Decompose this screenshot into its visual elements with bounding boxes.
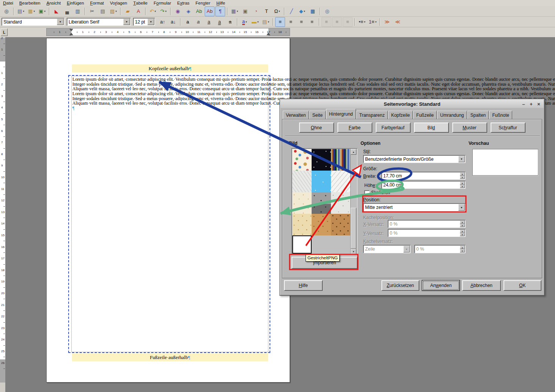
spinner[interactable]: ▲▼ bbox=[460, 182, 465, 188]
chevron-down-icon[interactable]: ▾ bbox=[33, 10, 35, 13]
font-size-select[interactable]: 12 pt ▼ bbox=[133, 18, 155, 26]
menu-format[interactable]: Format bbox=[87, 0, 107, 6]
skalieren-checkbox[interactable] bbox=[364, 190, 370, 196]
chevron-down-icon[interactable]: ▾ bbox=[364, 20, 365, 24]
chevron-down-icon[interactable]: ▾ bbox=[23, 10, 24, 13]
document-text-area[interactable]: Lorem·ipsum·dolor·sit·amet,·consectetur·… bbox=[72, 77, 268, 111]
chevron-down-icon[interactable]: ▾ bbox=[268, 20, 269, 24]
save-icon[interactable]: ▣▾ bbox=[37, 6, 47, 16]
font-color-icon[interactable]: a▾ bbox=[240, 17, 249, 27]
cut-icon[interactable]: ✂ bbox=[87, 6, 97, 16]
thumbnail-sky-blue[interactable] bbox=[312, 171, 331, 192]
font-name-select[interactable]: Liberation Serif ▼ bbox=[67, 18, 131, 26]
thumbnail-parchment[interactable] bbox=[292, 192, 312, 214]
spelling-icon[interactable]: Ab bbox=[194, 6, 204, 16]
ok-button[interactable]: OK bbox=[503, 280, 541, 291]
menu-datei[interactable]: Datei bbox=[0, 0, 16, 6]
tab-verwalten[interactable]: Verwalten bbox=[283, 111, 309, 119]
tab-fuzeile[interactable]: Fußzeile bbox=[413, 111, 437, 119]
dialog-titlebar[interactable]: Seitenvorlage: Standard – + × bbox=[281, 100, 544, 108]
chevron-down-icon[interactable]: ▾ bbox=[375, 20, 377, 24]
align-center-icon[interactable]: ≡ bbox=[286, 17, 296, 27]
clone-formatting-icon[interactable]: ▰ bbox=[123, 6, 133, 16]
insert-line-icon[interactable]: ╱ bbox=[287, 6, 296, 16]
spinner[interactable]: ▲▼ bbox=[460, 172, 465, 179]
open-icon[interactable]: ▦▾ bbox=[27, 6, 36, 16]
menu-hilfe[interactable]: Hilfe bbox=[213, 0, 228, 6]
tab-transparenz[interactable]: Transparenz bbox=[356, 111, 388, 119]
paragraph-background-icon[interactable]: ▤▾ bbox=[261, 17, 271, 27]
tab-hintergrund[interactable]: Hintergrund bbox=[326, 109, 356, 119]
tab-kopfzeile[interactable]: Kopfzeile bbox=[388, 111, 413, 119]
new-document-icon[interactable]: ▤▾ bbox=[16, 6, 26, 16]
page-header[interactable]: Kopfzeile·außerhalb¶ bbox=[72, 64, 268, 72]
menu-bearbeiten[interactable]: Bearbeiten bbox=[16, 0, 44, 6]
chevron-down-icon[interactable]: ▾ bbox=[115, 10, 117, 13]
highlighting-icon[interactable]: ▬▾ bbox=[250, 17, 260, 27]
chevron-down-icon[interactable]: ▾ bbox=[257, 20, 259, 24]
double-underline-icon[interactable]: a bbox=[215, 17, 224, 27]
thumbnail-sand[interactable] bbox=[292, 214, 312, 235]
justify-icon[interactable]: ≡ bbox=[307, 17, 317, 27]
shrink-font-icon[interactable]: a↓ bbox=[168, 17, 178, 27]
undo-icon[interactable]: ↶▾ bbox=[148, 6, 158, 16]
chevron-down-icon[interactable]: ▼ bbox=[57, 19, 64, 25]
basic-shapes-icon[interactable]: ◆▾ bbox=[297, 6, 307, 16]
chevron-down-icon[interactable]: ▾ bbox=[165, 10, 167, 13]
scroll-up-icon[interactable]: ▲ bbox=[351, 149, 356, 155]
copy-icon[interactable]: ▤ bbox=[98, 6, 108, 16]
hoehe-input[interactable]: 24,00 cm ▲▼ bbox=[381, 181, 466, 189]
find-replace-icon[interactable]: ◉ bbox=[173, 6, 183, 16]
paste-icon[interactable]: ▧▾ bbox=[108, 6, 118, 16]
bold-icon[interactable]: a bbox=[183, 17, 193, 27]
unordered-list-icon[interactable]: •≡▾ bbox=[357, 17, 367, 27]
horizontal-ruler[interactable]: 1123456789101112131415161718 bbox=[46, 28, 290, 36]
muster-type-button[interactable]: Muster bbox=[452, 122, 487, 133]
scroll-down-icon[interactable]: ▼ bbox=[351, 249, 356, 254]
tab-spalten[interactable]: Spalten bbox=[467, 111, 489, 119]
chevron-down-icon[interactable]: ▼ bbox=[147, 19, 154, 25]
stil-select[interactable]: Benutzerdefinierte Position/Größe ▼ bbox=[363, 155, 466, 163]
thumbnail-floral[interactable] bbox=[292, 149, 312, 171]
thumbnail-marble-light[interactable] bbox=[292, 171, 312, 192]
chevron-down-icon[interactable]: ▾ bbox=[155, 10, 156, 13]
form-controls-icon[interactable]: ▦ bbox=[308, 6, 318, 16]
chevron-down-icon[interactable]: ▾ bbox=[237, 10, 238, 13]
thumbnail-brown-speckle[interactable] bbox=[331, 214, 350, 235]
tab-umrandung[interactable]: Umrandung bbox=[437, 111, 467, 119]
thumbnail-night-sky[interactable] bbox=[312, 149, 331, 171]
menu-formular[interactable]: Formular bbox=[151, 0, 174, 6]
export-pdf-icon[interactable]: ◣ bbox=[52, 6, 61, 16]
thumbnail-marble-white[interactable] bbox=[331, 171, 350, 192]
insert-image-icon[interactable]: ▣ bbox=[240, 6, 250, 16]
tab-stop-type-button[interactable]: L bbox=[1, 28, 8, 36]
navigator-icon[interactable]: ◈ bbox=[183, 6, 193, 16]
hilfe-button[interactable]: Hilfe bbox=[284, 280, 323, 291]
farbverlauf-type-button[interactable]: Farbverlauf bbox=[376, 122, 411, 133]
vertical-ruler[interactable]: 1212345678910111213141516171819202122232… bbox=[0, 37, 5, 392]
print-icon[interactable]: ▄ bbox=[62, 6, 72, 16]
abbrechen-button[interactable]: Abbrechen bbox=[462, 280, 501, 291]
ohne-type-button[interactable]: Ohne bbox=[299, 122, 334, 133]
increase-indent-icon[interactable]: ≫ bbox=[382, 17, 392, 27]
align-right-icon[interactable]: ≡ bbox=[296, 17, 306, 27]
decrease-indent-icon[interactable]: ≪ bbox=[393, 17, 403, 27]
left-indent-marker[interactable] bbox=[69, 29, 73, 31]
underline-icon[interactable]: a bbox=[204, 17, 214, 27]
chevron-down-icon[interactable]: ▾ bbox=[44, 10, 45, 13]
chevron-down-icon[interactable]: ▾ bbox=[304, 10, 305, 13]
farbe-type-button[interactable]: Farbe bbox=[337, 122, 372, 133]
scrollbar[interactable]: ▲ ▼ bbox=[350, 149, 357, 254]
close-icon[interactable]: × bbox=[535, 100, 542, 108]
auto-spellcheck-icon[interactable]: Ab bbox=[205, 6, 215, 16]
menu-ansicht[interactable]: Ansicht bbox=[44, 0, 64, 6]
print-preview-icon[interactable]: ▥ bbox=[73, 6, 83, 16]
align-left-icon[interactable]: ≡ bbox=[275, 17, 285, 27]
thumbnail-speckle-light[interactable] bbox=[331, 192, 350, 214]
maximize-icon[interactable]: + bbox=[528, 100, 535, 108]
schraffur-type-button[interactable]: Schraffur bbox=[491, 122, 525, 133]
minimize-icon[interactable]: – bbox=[520, 100, 527, 108]
menu-tabelle[interactable]: Tabelle bbox=[130, 0, 151, 6]
bild-list[interactable]: ▲ ▼ bbox=[292, 148, 357, 255]
thumbnail-gestrichelt-white[interactable] bbox=[292, 235, 312, 254]
